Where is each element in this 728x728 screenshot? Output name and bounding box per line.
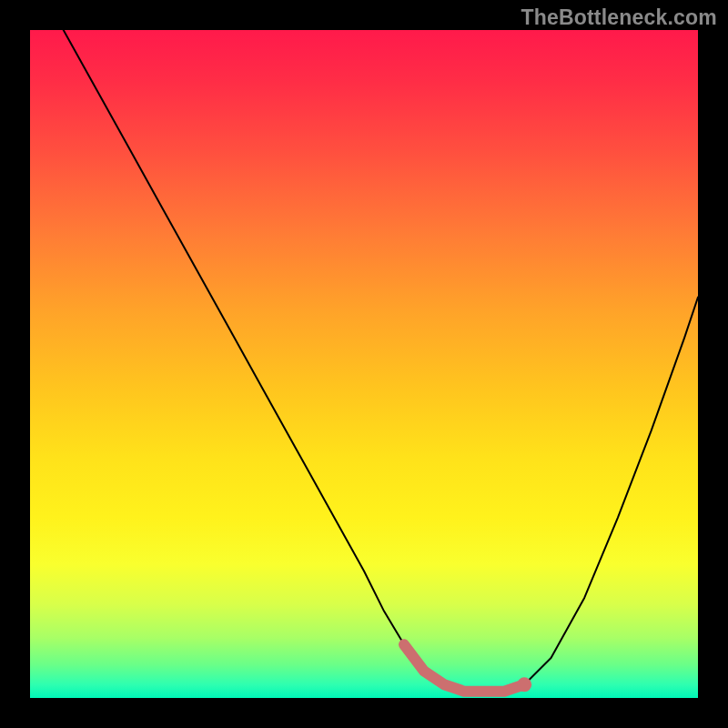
bottleneck-curve <box>30 30 698 698</box>
watermark-text: TheBottleneck.com <box>521 5 717 30</box>
svg-point-0 <box>517 677 531 692</box>
plot-area <box>30 30 698 698</box>
chart-frame: TheBottleneck.com <box>0 0 728 728</box>
